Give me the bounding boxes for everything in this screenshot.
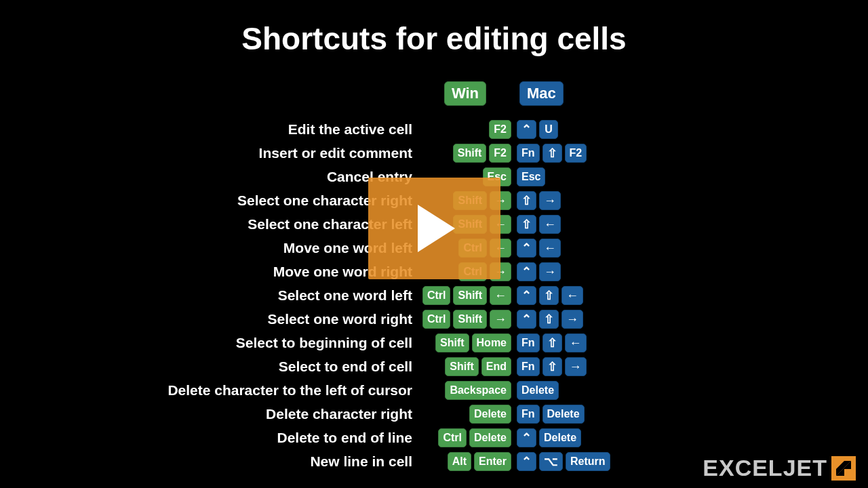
- keycap: Fn: [517, 357, 540, 376]
- win-keys: CtrlShift→: [419, 310, 514, 329]
- keycap: Fn: [517, 333, 540, 352]
- keycap: Ctrl: [422, 286, 451, 305]
- keycap: Backspace: [445, 381, 511, 400]
- shortcut-label: New line in cell: [0, 453, 419, 470]
- keycap: ⌃: [517, 120, 536, 139]
- win-keys: F2: [419, 120, 514, 139]
- shortcut-label: Insert or edit comment: [0, 145, 419, 161]
- shortcut-label: Select to beginning of cell: [0, 335, 419, 351]
- svg-marker-0: [418, 205, 455, 252]
- shortcut-row: Select to beginning of cellShiftHomeFn⇧←: [0, 331, 868, 354]
- keycap: U: [539, 120, 558, 139]
- brand-logo: EXCELJET: [703, 455, 856, 481]
- mac-keys: ⌃U: [514, 120, 704, 139]
- mac-keys: Delete: [514, 381, 704, 400]
- mac-keys: ⌃→: [514, 262, 704, 281]
- keycap: ⇧: [539, 286, 559, 305]
- keycap: Fn: [517, 405, 540, 424]
- keycap: Ctrl: [422, 310, 451, 329]
- keycap: Delete: [539, 428, 581, 447]
- play-button-overlay[interactable]: [368, 178, 500, 279]
- win-keys: CtrlShift←: [419, 286, 514, 305]
- win-keys: ShiftHome: [419, 333, 514, 352]
- shortcut-row: Select one word leftCtrlShift←⌃⇧←: [0, 283, 868, 307]
- play-icon: [414, 205, 455, 252]
- mac-keys: ⇧←: [514, 215, 704, 234]
- shortcut-label: Move one word left: [0, 240, 419, 256]
- keycap: Shift: [435, 333, 469, 352]
- keycap: Delete: [469, 428, 511, 447]
- shortcut-label: Select one word right: [0, 311, 419, 327]
- shortcut-label: Select one character left: [0, 216, 419, 232]
- brand-text: EXCELJET: [703, 455, 827, 481]
- shortcut-label: Select one character right: [0, 192, 419, 209]
- mac-keys: Esc: [514, 167, 704, 186]
- shortcut-label: Select to end of cell: [0, 359, 419, 375]
- mac-header-badge: Mac: [519, 81, 564, 106]
- keycap: ←: [539, 215, 561, 234]
- keycap: →: [561, 310, 583, 329]
- shortcut-label: Delete character right: [0, 406, 419, 422]
- keycap: ⇧: [517, 191, 536, 210]
- mac-keys: Fn⇧→: [514, 357, 704, 376]
- shortcut-label: Delete character to the left of cursor: [0, 382, 419, 399]
- mac-keys: ⌃⇧←: [514, 286, 704, 305]
- keycap: Shift: [453, 286, 487, 305]
- win-keys: ShiftEnd: [419, 357, 514, 376]
- keycap: ←: [490, 286, 511, 305]
- keycap: ⌃: [517, 310, 536, 329]
- win-keys: AltEnter: [419, 452, 514, 471]
- shortcut-label: Select one word left: [0, 287, 419, 304]
- keycap: ⇧: [542, 144, 562, 163]
- keycap: Shift: [453, 310, 487, 329]
- keycap: →: [539, 191, 561, 210]
- keycap: Alt: [448, 452, 471, 471]
- shortcut-label: Move one word right: [0, 264, 419, 280]
- keycap: End: [481, 357, 511, 376]
- keycap: →: [490, 310, 511, 329]
- mac-keys: ⌃←: [514, 239, 704, 258]
- page-title: Shortcuts for editing cells: [0, 20, 868, 57]
- win-keys: ShiftF2: [419, 144, 514, 163]
- win-keys: Delete: [419, 405, 514, 424]
- shortcut-row: Select to end of cellShiftEndFn⇧→: [0, 354, 868, 378]
- mac-keys: ⇧→: [514, 191, 704, 210]
- keycap: ⇧: [517, 215, 536, 234]
- shortcut-label: Edit the active cell: [0, 121, 419, 138]
- keycap: ⌃: [517, 262, 536, 281]
- keycap: Delete: [517, 381, 559, 400]
- keycap: Return: [566, 452, 610, 471]
- keycap: ⌃: [517, 286, 536, 305]
- keycap: ⌥: [539, 452, 563, 471]
- keycap: ⇧: [542, 333, 562, 352]
- brand-mark-icon: [831, 456, 856, 481]
- mac-keys: ⌃⇧→: [514, 310, 704, 329]
- keycap: ←: [561, 286, 583, 305]
- keycap: ⇧: [539, 310, 559, 329]
- mac-keys: FnDelete: [514, 405, 704, 424]
- keycap: ⌃: [517, 428, 536, 447]
- mac-keys: Fn⇧F2: [514, 144, 704, 163]
- keycap: ⌃: [517, 452, 536, 471]
- keycap: Shift: [453, 144, 487, 163]
- shortcut-label: Cancel entry: [0, 169, 419, 185]
- page: Shortcuts for editing cells Win Mac Edit…: [0, 0, 868, 488]
- keycap: →: [565, 357, 587, 376]
- shortcut-row: Select one word rightCtrlShift→⌃⇧→: [0, 307, 868, 331]
- shortcut-row: Insert or edit commentShiftF2Fn⇧F2: [0, 141, 868, 165]
- header-row: Win Mac: [0, 81, 868, 105]
- keycap: ←: [539, 239, 561, 258]
- keycap: Esc: [517, 167, 545, 186]
- keycap: Fn: [517, 144, 540, 163]
- shortcut-row: Edit the active cellF2⌃U: [0, 117, 868, 141]
- keycap: Enter: [474, 452, 511, 471]
- keycap: F2: [489, 144, 511, 163]
- keycap: ⌃: [517, 239, 536, 258]
- keycap: F2: [565, 144, 587, 163]
- keycap: ←: [565, 333, 587, 352]
- mac-keys: Fn⇧←: [514, 333, 704, 352]
- win-header-badge: Win: [444, 81, 486, 106]
- keycap: ⇧: [542, 357, 562, 376]
- keycap: Shift: [445, 357, 479, 376]
- shortcut-label: Delete to end of line: [0, 430, 419, 446]
